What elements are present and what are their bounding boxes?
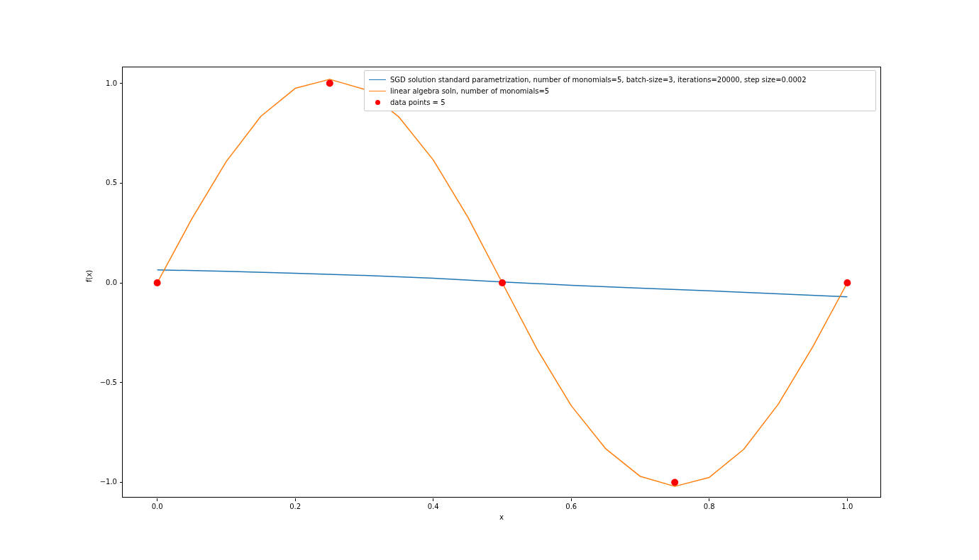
legend-dot-icon — [375, 100, 380, 105]
y-tick — [120, 283, 123, 284]
x-tick — [295, 498, 296, 501]
y-tick — [120, 83, 123, 84]
x-tick-label: 0.6 — [565, 503, 577, 510]
y-tick-label: 0.0 — [97, 279, 117, 286]
data-point — [671, 478, 678, 486]
x-tick — [157, 498, 157, 501]
legend-label: linear algebra soln, number of monomials… — [390, 87, 549, 95]
y-tick-label: 0.5 — [97, 179, 117, 186]
legend-swatch-line — [369, 79, 386, 80]
x-axis-label: x — [499, 513, 504, 521]
y-tick-label: −1.0 — [97, 478, 117, 486]
x-tick — [571, 498, 572, 501]
data-point — [154, 279, 161, 286]
legend-entry: linear algebra soln, number of monomials… — [369, 85, 871, 96]
y-tick-label: −0.5 — [97, 379, 117, 386]
x-tick — [709, 498, 709, 501]
x-tick-label: 0.4 — [428, 503, 439, 510]
figure: SGD solution standard parametrization, n… — [0, 0, 979, 560]
legend-entry: SGD solution standard parametrization, n… — [369, 74, 871, 85]
x-tick-label: 0.8 — [704, 503, 715, 510]
y-tick — [120, 482, 123, 483]
legend-line-icon — [369, 91, 386, 91]
x-tick-label: 0.2 — [289, 503, 301, 510]
legend: SGD solution standard parametrization, n… — [364, 70, 876, 111]
data-point — [844, 279, 851, 286]
legend-swatch-line — [369, 91, 386, 91]
x-tick-label: 1.0 — [841, 503, 853, 510]
data-point — [326, 80, 333, 87]
y-tick-label: 1.0 — [97, 79, 117, 87]
legend-swatch-dot — [369, 100, 386, 105]
x-tick — [433, 498, 433, 501]
plot-axes: SGD solution standard parametrization, n… — [122, 67, 881, 498]
legend-entry: data points = 5 — [369, 96, 871, 108]
y-axis-label: f(x) — [85, 270, 93, 282]
plot-canvas — [123, 67, 882, 498]
legend-label: data points = 5 — [390, 99, 446, 106]
x-tick — [847, 498, 848, 501]
data-point — [499, 279, 506, 286]
x-tick-label: 0.0 — [152, 503, 163, 510]
legend-line-icon — [369, 79, 386, 80]
y-tick — [120, 382, 123, 383]
legend-label: SGD solution standard parametrization, n… — [390, 76, 807, 84]
y-tick — [120, 183, 123, 184]
